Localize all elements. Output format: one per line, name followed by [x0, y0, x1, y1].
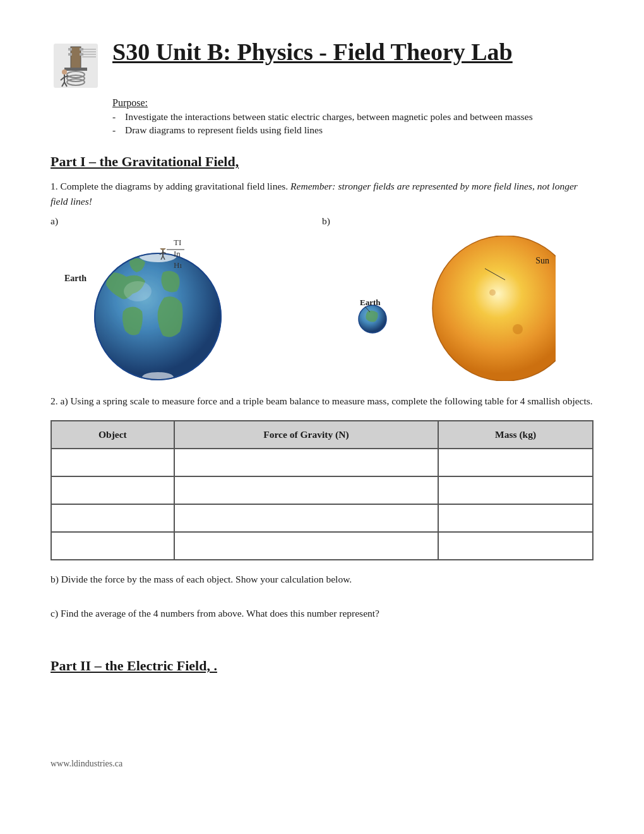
purpose-item-2: Draw diagrams to represent fields using … [112, 124, 593, 136]
svg-point-22 [139, 250, 177, 262]
table-row [51, 532, 593, 560]
table-cell-obj-4 [51, 532, 174, 560]
data-table: Object Force of Gravity (N) Mass (kg) [51, 420, 593, 560]
svg-point-35 [513, 324, 523, 334]
purpose-label: Purpose: [112, 97, 148, 108]
q2b-text: b) Divide the force by the mass of each … [51, 572, 593, 587]
table-cell-mass-1 [438, 449, 593, 476]
earth-label-large: Earth [64, 274, 86, 284]
diagram-b: b) Sun Earth [322, 215, 587, 375]
title-block: S30 Unit B: Physics - Field Theory Lab [112, 38, 513, 67]
footer: www.ldindustries.ca [51, 759, 593, 769]
lab-icon [51, 40, 101, 91]
svg-point-36 [489, 289, 496, 296]
table-cell-obj-1 [51, 449, 174, 476]
svg-point-24 [124, 281, 152, 301]
svg-point-26 [160, 248, 166, 250]
q1-main-text: 1. Complete the diagrams by adding gravi… [51, 181, 288, 191]
table-header-row: Object Force of Gravity (N) Mass (kg) [51, 421, 593, 449]
hull-line-1: In [174, 248, 182, 260]
table-header-object: Object [51, 421, 174, 449]
table-row [51, 504, 593, 532]
table-cell-force-1 [174, 449, 439, 476]
svg-rect-1 [71, 47, 81, 69]
sun-earth-svg [322, 236, 556, 381]
bottom-spacer [51, 683, 593, 734]
table-cell-mass-2 [438, 476, 593, 504]
purpose-item-1: Investigate the interactions between sta… [112, 111, 593, 123]
table-cell-obj-3 [51, 504, 174, 532]
q1-text: 1. Complete the diagrams by adding gravi… [51, 179, 593, 209]
sun-earth-container: Sun Earth [322, 229, 556, 375]
table-cell-force-3 [174, 504, 439, 532]
purpose-section: Purpose: Investigate the interactions be… [112, 97, 593, 136]
diagram-b-label: b) [322, 215, 330, 227]
hull-annotation: TI In Hı [174, 237, 182, 272]
purpose-list: Investigate the interactions between sta… [112, 111, 593, 136]
svg-point-23 [142, 372, 174, 382]
table-cell-obj-2 [51, 476, 174, 504]
part2-heading: Part II – the Electric Field, . [51, 658, 593, 674]
spacer-3 [51, 627, 593, 640]
table-cell-force-2 [174, 476, 439, 504]
page-header: S30 Unit B: Physics - Field Theory Lab [51, 38, 593, 91]
q2-text: 2. a) Using a spring scale to measure fo… [51, 394, 593, 409]
diagram-a-label: a) [51, 215, 58, 227]
svg-rect-2 [68, 48, 72, 51]
svg-point-10 [62, 70, 67, 75]
table-row [51, 449, 593, 476]
footer-url: www.ldindustries.ca [51, 759, 122, 768]
q2c-text: c) Find the average of the 4 numbers fro… [51, 606, 593, 621]
diagram-a: a) TI In Hı Earth [51, 215, 316, 375]
spacer-2 [51, 593, 593, 606]
earth-label-small: Earth [360, 298, 381, 308]
table-cell-force-4 [174, 532, 439, 560]
hull-line-0: TI [174, 237, 182, 248]
table-header-mass: Mass (kg) [438, 421, 593, 449]
table-row [51, 476, 593, 504]
table-cell-mass-3 [438, 504, 593, 532]
page-title: S30 Unit B: Physics - Field Theory Lab [112, 38, 513, 67]
part1-heading: Part I – the Gravitational Field, [51, 154, 593, 170]
table-cell-mass-4 [438, 532, 593, 560]
svg-rect-6 [64, 68, 87, 71]
sun-label: Sun [535, 256, 549, 266]
hull-line-2: Hı [174, 260, 182, 271]
earth-large-container: TI In Hı Earth [51, 229, 290, 375]
svg-rect-4 [68, 53, 72, 56]
table-header-force: Force of Gravity (N) [174, 421, 439, 449]
diagrams-row: a) TI In Hı Earth [51, 215, 593, 375]
